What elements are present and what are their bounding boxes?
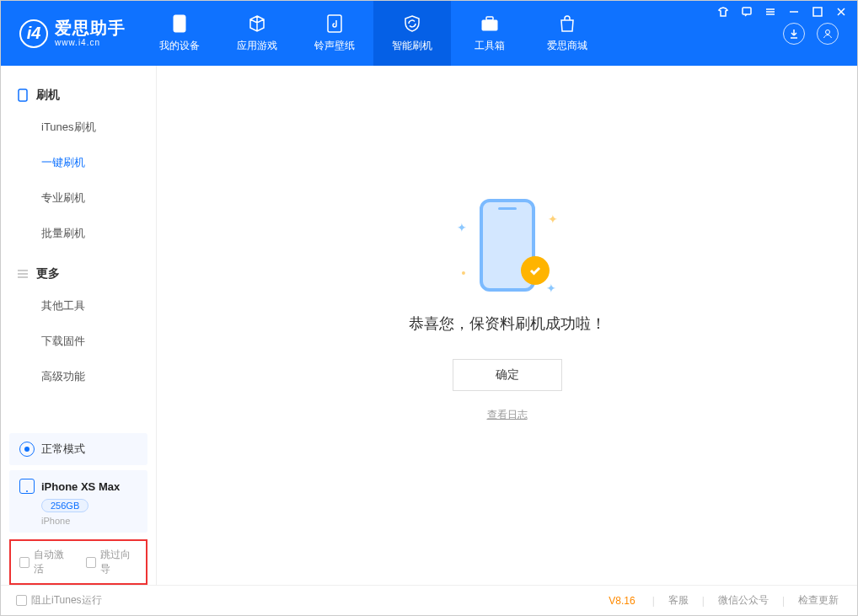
main-nav: 我的设备 应用游戏 铃声壁纸 智能刷机 工具箱 爱思商城 [141, 1, 783, 66]
phone-icon [169, 13, 190, 34]
shield-refresh-icon [402, 13, 422, 34]
check-update-link[interactable]: 检查更新 [795, 593, 842, 608]
block-itunes-checkbox[interactable]: 阻止iTunes运行 [16, 593, 102, 608]
sidebar-item-other-tools[interactable]: 其他工具 [1, 288, 156, 324]
section-label: 刷机 [36, 88, 60, 103]
nav-apps[interactable]: 应用游戏 [218, 1, 296, 66]
section-label: 更多 [36, 266, 60, 281]
checkmark-badge-icon [521, 256, 550, 285]
sidebar-item-itunes-flash[interactable]: iTunes刷机 [1, 110, 156, 145]
sidebar-item-batch-flash[interactable]: 批量刷机 [1, 216, 156, 251]
device-name: iPhone XS Max [41, 480, 120, 493]
app-url: www.i4.cn [55, 38, 126, 48]
nav-my-device[interactable]: 我的设备 [141, 1, 218, 66]
sparkle-icon: ✦ [457, 221, 467, 234]
device-icon [16, 88, 29, 102]
sparkle-icon: ✦ [548, 212, 558, 226]
title-bar: i4 爱思助手 www.i4.cn 我的设备 应用游戏 铃声壁纸 智能刷机 工具… [1, 1, 857, 66]
sidebar-section-more: 更多 [1, 260, 156, 288]
download-button[interactable] [783, 23, 805, 45]
success-message: 恭喜您，保资料刷机成功啦！ [409, 313, 606, 334]
nav-label: 智能刷机 [392, 39, 432, 53]
device-card[interactable]: iPhone XS Max 256GB iPhone [9, 470, 147, 533]
svg-point-4 [826, 29, 830, 34]
sidebar-item-onekey-flash[interactable]: 一键刷机 [1, 145, 156, 180]
sidebar-item-download-firmware[interactable]: 下载固件 [1, 324, 156, 359]
success-illustration: ✦ ✦ • ✦ [457, 196, 558, 297]
nav-ringtones[interactable]: 铃声壁纸 [296, 1, 373, 66]
device-type: iPhone [41, 516, 137, 526]
ok-button[interactable]: 确定 [453, 359, 562, 391]
close-button[interactable] [835, 6, 847, 18]
checkbox-icon [86, 557, 96, 568]
sidebar-section-flash: 刷机 [1, 81, 156, 110]
svg-rect-7 [19, 89, 27, 101]
checkbox-icon [16, 595, 27, 606]
sparkle-icon: • [462, 266, 466, 280]
nav-label: 我的设备 [159, 39, 200, 53]
svg-rect-2 [482, 20, 497, 30]
mode-icon [19, 442, 35, 457]
sparkle-icon: ✦ [546, 281, 556, 295]
sidebar-item-advanced[interactable]: 高级功能 [1, 359, 156, 394]
feedback-icon[interactable] [741, 6, 753, 18]
wechat-link[interactable]: 微信公众号 [715, 593, 772, 608]
app-name: 爱思助手 [55, 19, 126, 38]
nav-label: 铃声壁纸 [314, 39, 355, 53]
phone-small-icon [19, 479, 35, 494]
skip-guide-checkbox[interactable]: 跳过向导 [86, 548, 137, 576]
menu-icon[interactable] [764, 6, 776, 18]
sidebar: 刷机 iTunes刷机 一键刷机 专业刷机 批量刷机 更多 其他工具 下载固件 … [1, 66, 157, 585]
minimize-button[interactable] [788, 6, 800, 18]
music-file-icon [324, 13, 345, 34]
nav-flash[interactable]: 智能刷机 [373, 1, 451, 66]
svg-rect-3 [486, 17, 493, 20]
nav-label: 应用游戏 [237, 39, 277, 53]
auto-activate-checkbox[interactable]: 自动激活 [19, 548, 71, 576]
device-mode-card[interactable]: 正常模式 [9, 433, 147, 465]
maximize-button[interactable] [812, 6, 823, 18]
version-label: V8.16 [609, 595, 635, 607]
sidebar-item-pro-flash[interactable]: 专业刷机 [1, 180, 156, 216]
main-content: ✦ ✦ • ✦ 恭喜您，保资料刷机成功啦！ 确定 查看日志 [157, 66, 857, 585]
status-bar: 阻止iTunes运行 V8.16 | 客服 | 微信公众号 | 检查更新 [1, 585, 857, 615]
bag-icon [557, 13, 577, 34]
nav-store[interactable]: 爱思商城 [528, 1, 606, 66]
flash-options-highlight: 自动激活 跳过向导 [9, 539, 147, 585]
view-log-link[interactable]: 查看日志 [487, 408, 528, 422]
tshirt-icon[interactable] [717, 6, 729, 18]
svg-rect-5 [743, 8, 751, 14]
nav-label: 爱思商城 [547, 39, 587, 53]
app-logo: i4 爱思助手 www.i4.cn [1, 1, 141, 66]
window-controls [717, 6, 847, 18]
device-capacity: 256GB [41, 499, 88, 512]
nav-toolbox[interactable]: 工具箱 [451, 1, 528, 66]
cube-icon [247, 13, 267, 34]
nav-label: 工具箱 [475, 39, 505, 53]
svg-rect-0 [174, 15, 185, 32]
support-link[interactable]: 客服 [665, 593, 692, 608]
svg-rect-6 [813, 8, 822, 16]
toolbox-icon [480, 13, 500, 34]
user-button[interactable] [817, 23, 839, 45]
checkbox-icon [19, 557, 29, 568]
mode-label: 正常模式 [41, 442, 85, 457]
list-icon [16, 267, 29, 281]
logo-icon: i4 [19, 19, 48, 48]
